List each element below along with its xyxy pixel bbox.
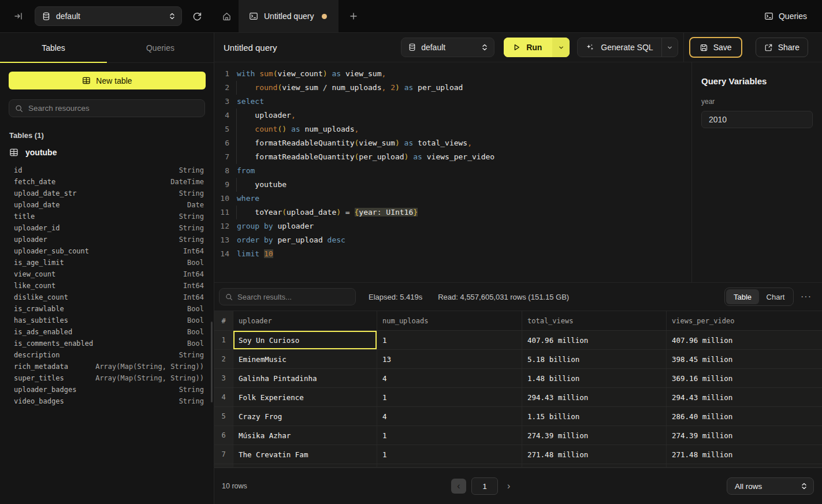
schema-column-row[interactable]: view_count Int64 (0, 268, 214, 280)
sidebar-scrollbar-thumb[interactable] (211, 322, 213, 402)
schema-column-row[interactable]: id String (0, 165, 214, 176)
page-size-selector[interactable]: All rows (727, 477, 814, 495)
table-cell[interactable]: Galinha Pintadinha (233, 369, 377, 387)
table-cell[interactable]: 271.48 million (522, 445, 667, 464)
column-type: Bool (187, 305, 204, 313)
table-cell[interactable]: 271.48 million (667, 445, 822, 464)
table-entry-youtube[interactable]: youtube (9, 148, 214, 157)
schema-column-row[interactable]: dislike_count Int64 (0, 292, 214, 303)
tab-untitled-query[interactable]: Untitled query (239, 0, 339, 32)
schema-column-row[interactable]: super_titles Array(Map(String, String)) (0, 372, 214, 384)
table-cell[interactable]: 4 (377, 407, 522, 425)
table-cell[interactable]: 5.18 billion (522, 350, 667, 368)
table-row: 3 Galinha Pintadinha41.48 billion369.16 … (214, 369, 822, 388)
run-options-button[interactable] (552, 38, 570, 57)
code-line: 3 select (214, 95, 691, 109)
schema-column-row[interactable]: uploader_sub_count Int64 (0, 245, 214, 257)
table-cell[interactable]: 4 (377, 369, 522, 387)
schema-column-row[interactable]: is_age_limit Bool (0, 257, 214, 268)
column-header[interactable]: total_views (522, 311, 667, 330)
database-selector[interactable]: default (35, 6, 182, 26)
generate-sql-button[interactable]: Generate SQL (578, 38, 661, 57)
table-cell[interactable]: 1 (377, 445, 522, 464)
column-header[interactable]: views_per_video (667, 311, 822, 330)
schema-column-row[interactable]: is_crawlable Bool (0, 303, 214, 315)
column-name: uploader_id (14, 224, 59, 232)
table-cell[interactable]: 294.43 million (522, 388, 667, 406)
view-toggle-chart[interactable]: Chart (759, 289, 792, 304)
table-cell[interactable]: 407.96 million (522, 331, 667, 349)
sql-editor[interactable]: 1 with sum(view_count) as view_sum, 2 ro… (214, 62, 691, 282)
table-cell[interactable]: The Crevatin Fam (233, 445, 377, 464)
schema-column-row[interactable]: uploader String (0, 234, 214, 245)
column-type: String (179, 224, 204, 232)
schema-column-row[interactable]: uploader_badges String (0, 384, 214, 395)
column-header[interactable]: # (214, 311, 233, 330)
row-number: 4 (214, 388, 233, 406)
column-name: super_titles (14, 374, 64, 382)
schema-column-row[interactable]: upload_date Date (0, 199, 214, 211)
table-cell[interactable]: 1 (377, 426, 522, 445)
column-header[interactable]: num_uploads (377, 311, 522, 330)
prev-page-button[interactable]: ‹ (451, 479, 466, 494)
table-row: 5 Crazy Frog41.15 billion286.40 million (214, 407, 822, 426)
schema-column-row[interactable]: title String (0, 211, 214, 222)
table-cell[interactable]: 13 (377, 350, 522, 368)
table-cell[interactable]: 398.45 million (667, 350, 822, 368)
save-button[interactable]: Save (689, 37, 742, 58)
schema-column-row[interactable]: rich_metadata Array(Map(String, String)) (0, 361, 214, 372)
table-cell[interactable]: 286.40 million (667, 407, 822, 425)
table-cell[interactable]: EminemMusic (233, 350, 377, 368)
table-row: 7 The Crevatin Fam1271.48 million271.48 … (214, 445, 822, 464)
column-name: uploader (14, 236, 47, 244)
results-menu-button[interactable]: ··· (801, 292, 812, 302)
schema-column-row[interactable]: like_count Int64 (0, 280, 214, 292)
schema-column-row[interactable]: is_comments_enabled Bool (0, 338, 214, 349)
table-cell[interactable]: Crazy Frog (233, 407, 377, 425)
home-icon (222, 12, 232, 21)
schema-column-row[interactable]: uploader_id String (0, 222, 214, 234)
sidebar-tab-tables[interactable]: Tables (0, 33, 107, 62)
page-number-input[interactable]: 1 (471, 477, 498, 495)
sidebar-tab-queries[interactable]: Queries (107, 33, 214, 62)
schema-column-row[interactable]: fetch_date DateTime (0, 176, 214, 188)
table-cell[interactable]: 274.39 million (667, 426, 822, 445)
table-cell[interactable]: 274.39 million (522, 426, 667, 445)
schema-column-row[interactable]: has_subtitles Bool (0, 315, 214, 326)
table-cell[interactable]: Folk Experience (233, 388, 377, 406)
table-cell[interactable]: Soy Un Curioso (233, 331, 377, 349)
column-header[interactable]: uploader (233, 311, 377, 330)
generate-sql-options-button[interactable] (661, 38, 678, 57)
schema-column-row[interactable]: upload_date_str String (0, 188, 214, 199)
table-cell[interactable]: 407.96 million (667, 331, 822, 349)
results-search-input[interactable] (237, 293, 349, 301)
toolbar-database-selector[interactable]: default (401, 38, 494, 57)
run-button[interactable]: Run (504, 38, 552, 57)
new-table-button[interactable]: New table (9, 72, 206, 89)
table-cell[interactable]: 1.48 billion (522, 369, 667, 387)
column-type: DateTime (170, 178, 204, 186)
variable-year-input[interactable] (701, 111, 813, 128)
table-cell[interactable]: 1 (377, 388, 522, 406)
next-page-button[interactable]: › (507, 481, 510, 491)
share-button[interactable]: Share (756, 38, 808, 57)
table-cell[interactable]: Músika Azhar (233, 426, 377, 445)
table-cell[interactable]: 1.15 billion (522, 407, 667, 425)
refresh-button[interactable] (189, 8, 205, 24)
home-button[interactable] (214, 0, 239, 32)
table-cell[interactable]: 1 (377, 331, 522, 349)
view-toggle: Table Chart (724, 288, 794, 306)
queries-button[interactable]: Queries (764, 12, 807, 21)
schema-column-row[interactable]: description String (0, 349, 214, 361)
new-tab-button[interactable] (339, 0, 369, 32)
table-cell[interactable]: 294.43 million (667, 388, 822, 406)
table-cell[interactable]: 369.16 million (667, 369, 822, 387)
collapse-sidebar-icon (14, 12, 23, 21)
collapse-sidebar-button[interactable] (10, 8, 27, 24)
column-type: Bool (187, 259, 204, 267)
view-toggle-table[interactable]: Table (726, 289, 759, 304)
editor-workspace: 1 with sum(view_count) as view_sum, 2 ro… (214, 62, 822, 283)
resource-search-input[interactable] (28, 104, 199, 113)
schema-column-row[interactable]: video_badges String (0, 395, 214, 407)
schema-column-row[interactable]: is_ads_enabled Bool (0, 326, 214, 338)
